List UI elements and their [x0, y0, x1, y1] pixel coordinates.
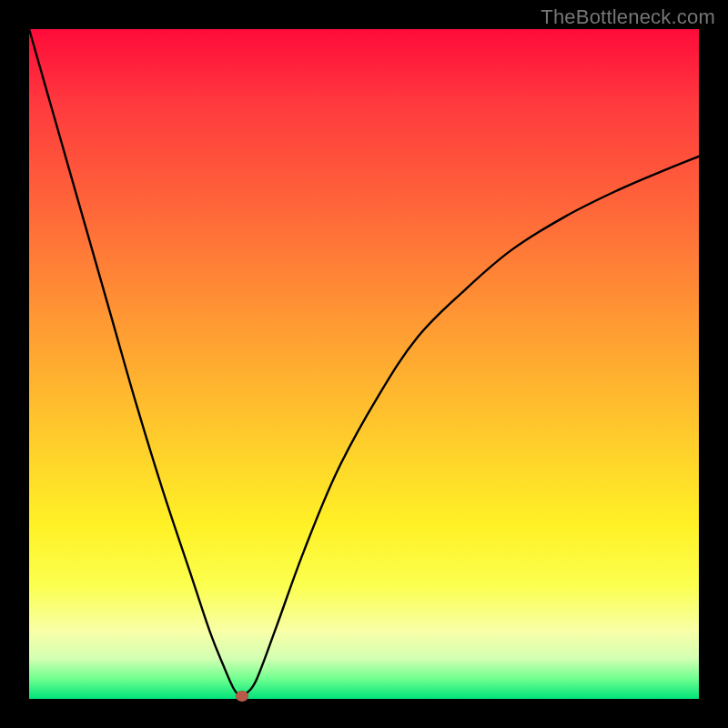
minimum-marker	[236, 691, 248, 702]
bottleneck-curve	[29, 29, 699, 699]
chart-frame: TheBottleneck.com	[0, 0, 728, 728]
watermark-text: TheBottleneck.com	[541, 5, 715, 29]
plot-area	[29, 29, 699, 699]
